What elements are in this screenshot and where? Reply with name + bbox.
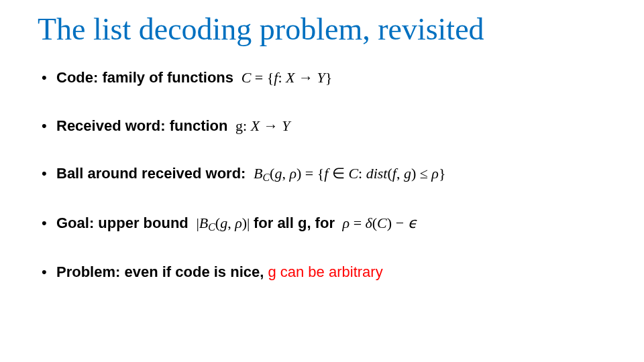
slide-title: The list decoding problem, revisited (38, 12, 612, 48)
bullet-ball-math: BC(g, ρ) = {f ∈ C: dist(f, g) ≤ ρ} (250, 165, 446, 182)
bullet-received: Received word: function g: X → Y (40, 116, 612, 136)
bullet-problem-label1: Problem: even if code is nice, (56, 263, 268, 280)
bullet-goal-label2: for all g, for (254, 215, 335, 231)
bullet-goal: Goal: upper bound |BC(g, ρ)| for all g, … (40, 213, 612, 234)
bullet-received-label: Received word: function (56, 117, 227, 134)
slide: The list decoding problem, revisited Cod… (0, 0, 644, 362)
bullet-code-math: C = {f: X → Y} (237, 69, 332, 86)
bullet-goal-math1: |BC(g, ρ)| (193, 215, 254, 231)
bullet-goal-math2: ρ = δ(C) − ϵ (339, 215, 417, 231)
bullet-received-math: g: X → Y (232, 117, 290, 134)
bullet-ball-label: Ball around received word: (56, 165, 246, 182)
bullet-code: Code: family of functions C = {f: X → Y} (40, 68, 612, 88)
bullet-problem: Problem: even if code is nice, g can be … (40, 262, 612, 282)
bullet-ball: Ball around received word: BC(g, ρ) = {f… (40, 164, 612, 184)
bullet-list: Code: family of functions C = {f: X → Y}… (40, 68, 612, 282)
bullet-problem-red: g can be arbitrary (268, 263, 382, 280)
bullet-goal-label1: Goal: upper bound (56, 215, 189, 231)
bullet-code-label: Code: family of functions (56, 69, 233, 86)
